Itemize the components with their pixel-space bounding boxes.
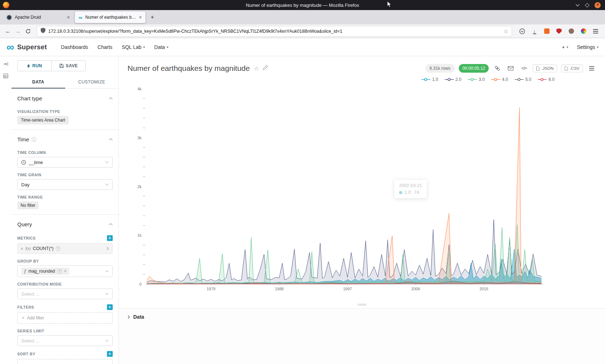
tab-close-icon[interactable]: ×: [67, 14, 70, 20]
account-avatar-icon[interactable]: [567, 27, 575, 36]
group-by-select[interactable]: ƒ mag_rounded ? ×: [17, 265, 113, 277]
chevron-down-icon: ▾: [167, 45, 169, 49]
chart-title: Numer of earthquakes by magnitude: [127, 64, 250, 73]
legend-item[interactable]: 6.0: [538, 77, 555, 82]
chart-menu-icon[interactable]: [587, 64, 596, 73]
export-csv-button[interactable]: .CSV: [561, 64, 583, 72]
legend-marker-icon: [468, 78, 477, 81]
svg-text:1979: 1979: [207, 287, 215, 290]
legend-label: 4.0: [502, 77, 508, 82]
privacy-badger-extension-icon[interactable]: [542, 27, 551, 36]
new-item-button[interactable]: +▾: [562, 44, 568, 50]
chevron-down-icon: ▾: [597, 45, 599, 49]
url-input[interactable]: [48, 29, 501, 34]
pane-resize-row: [119, 290, 605, 308]
time-grain-label: TIME GRAIN: [17, 173, 113, 177]
nav-sql-lab[interactable]: SQL Lab▾: [122, 44, 145, 50]
export-json-button[interactable]: .JSON: [533, 64, 557, 72]
browser-tab-superset-explore[interactable]: ∞ Numer of earthquakes by … ×: [75, 12, 145, 23]
favorite-star-icon[interactable]: ☆: [254, 65, 259, 72]
data-panel-header[interactable]: Data: [127, 314, 144, 320]
edit-properties-icon[interactable]: [263, 65, 268, 72]
window-close-button[interactable]: ×: [595, 2, 601, 8]
explore-control-panel: RUN SAVE DATA CUSTOMIZE Chart type VISUA…: [12, 56, 119, 364]
chevron-right-icon[interactable]: [107, 247, 109, 250]
chart-type-section-header[interactable]: Chart type: [17, 89, 113, 104]
settings-menu[interactable]: Settings▾: [577, 44, 599, 50]
window-maximize-button[interactable]: [585, 3, 590, 8]
chevron-down-icon: ▾: [566, 45, 568, 49]
superset-logo[interactable]: ∞ Superset: [6, 42, 47, 52]
back-button[interactable]: ←: [3, 26, 13, 36]
nav-dashboards[interactable]: Dashboards: [61, 44, 88, 50]
column-function-icon: ƒ: [24, 269, 26, 274]
menu-icon[interactable]: [591, 27, 600, 36]
collapse-panel-icon[interactable]: [3, 61, 8, 68]
nav-data[interactable]: Data▾: [154, 44, 168, 50]
embed-code-icon[interactable]: </>: [519, 64, 529, 73]
time-grain-select[interactable]: Day: [17, 179, 113, 190]
bookmark-star-icon[interactable]: ☆: [503, 28, 508, 34]
viz-type-chip[interactable]: Time-series Area Chart: [17, 116, 69, 124]
legend-item[interactable]: 1.0: [421, 77, 438, 82]
chevron-down-icon: [105, 340, 109, 342]
add-metric-button[interactable]: +: [107, 235, 113, 241]
remove-metric-icon[interactable]: ×: [21, 246, 23, 251]
browser-tab-druid[interactable]: Apache Druid ×: [3, 12, 73, 23]
chart-legend: 1.02.03.04.05.06.0: [119, 74, 605, 82]
window-minimize-button[interactable]: [575, 4, 580, 6]
tracking-shield-icon[interactable]: [41, 28, 45, 35]
legend-label: 2.0: [456, 77, 462, 82]
bolt-icon: [27, 64, 30, 68]
new-tab-button[interactable]: +: [148, 13, 157, 22]
group-by-pill[interactable]: ƒ mag_rounded ? ×: [21, 268, 69, 275]
legend-item[interactable]: 4.0: [491, 77, 508, 82]
add-sort-by-button[interactable]: +: [107, 351, 113, 357]
query-section-header[interactable]: Query: [17, 215, 113, 230]
resize-handle[interactable]: [358, 304, 366, 305]
reload-button[interactable]: [23, 26, 33, 36]
time-section-header[interactable]: Time i: [17, 130, 113, 145]
url-bar[interactable]: ☆: [37, 26, 512, 37]
legend-item[interactable]: 2.0: [445, 77, 462, 82]
time-column-select[interactable]: __time: [17, 157, 113, 168]
legend-item[interactable]: 3.0: [468, 77, 485, 82]
series-limit-label: SERIES LIMIT: [17, 329, 113, 333]
time-range-chip[interactable]: No filter: [17, 201, 39, 209]
datasource-grid-icon[interactable]: [3, 73, 8, 80]
legend-label: 1.0: [432, 77, 438, 82]
series-limit-select[interactable]: Select ...: [17, 335, 113, 346]
forward-button[interactable]: →: [13, 26, 23, 36]
nav-charts[interactable]: Charts: [98, 44, 112, 50]
email-icon[interactable]: [506, 64, 515, 73]
legend-marker-icon: [515, 78, 524, 81]
chevron-down-icon: [105, 270, 109, 272]
chart-area: Numer of earthquakes by magnitude ☆ 6.31…: [119, 56, 605, 364]
save-button[interactable]: SAVE: [52, 60, 86, 71]
ublock-extension-icon[interactable]: [555, 27, 563, 36]
tab-close-icon[interactable]: ×: [139, 14, 142, 20]
sort-by-label: SORT BY +: [17, 351, 113, 357]
legend-label: 5.0: [525, 77, 532, 82]
run-button[interactable]: RUN: [17, 60, 52, 71]
extension-pinwheel-icon[interactable]: [579, 27, 588, 36]
downloads-icon[interactable]: ↓: [530, 27, 539, 36]
add-filter-button[interactable]: +: [107, 304, 113, 310]
add-filter-dropzone[interactable]: + Add filter: [17, 312, 113, 324]
legend-marker-icon: [538, 78, 547, 81]
legend-item[interactable]: 5.0: [515, 77, 532, 82]
question-icon: ?: [56, 246, 60, 251]
timeseries-chart[interactable]: 01k2k3k4k19791988199720062015: [126, 87, 545, 290]
contribution-mode-select[interactable]: Select ...: [17, 288, 113, 299]
chevron-down-icon: [105, 161, 109, 163]
pocket-icon[interactable]: [518, 27, 526, 36]
tab-data[interactable]: DATA: [12, 76, 65, 88]
chevron-down-icon: [105, 183, 109, 186]
svg-text:4k: 4k: [137, 87, 142, 91]
tab-customize[interactable]: CUSTOMIZE: [65, 76, 119, 88]
file-icon: [565, 67, 568, 70]
remove-groupby-icon[interactable]: ×: [64, 269, 67, 274]
metric-pill[interactable]: × f(x) COUNT(*) ?: [17, 243, 113, 254]
sort-by-dropzone[interactable]: [17, 359, 113, 364]
share-link-icon[interactable]: [493, 64, 502, 73]
